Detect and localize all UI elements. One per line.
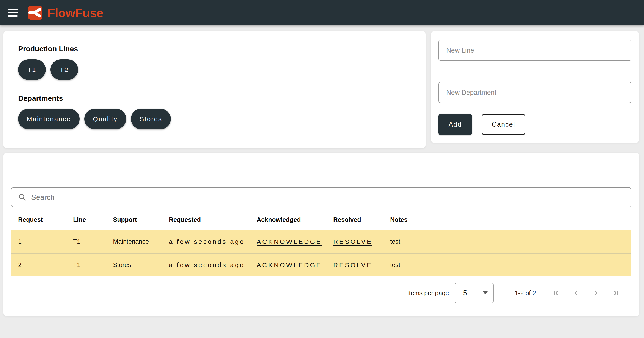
cell-line: T1: [73, 238, 113, 245]
department-chip-maintenance[interactable]: Maintenance: [18, 109, 80, 129]
cell-support: Stores: [113, 261, 169, 268]
departments-title: Departments: [18, 94, 63, 103]
production-lines-title: Production Lines: [18, 45, 78, 53]
add-button[interactable]: Add: [438, 114, 472, 135]
resolve-link[interactable]: RESOLVE: [333, 238, 372, 245]
pagination-bar: Items per page: 5 1-2 of 2: [407, 281, 622, 305]
first-page-icon: [552, 288, 561, 298]
cell-request: 2: [18, 261, 73, 268]
items-per-page-label: Items per page:: [407, 290, 451, 297]
cell-line: T1: [73, 261, 113, 268]
search-field[interactable]: [11, 187, 631, 207]
column-header-request: Request: [18, 216, 73, 223]
cancel-button[interactable]: Cancel: [482, 114, 525, 135]
department-chip-quality[interactable]: Quality: [84, 109, 126, 129]
cell-requested: a few seconds ago: [169, 238, 257, 245]
last-page-button[interactable]: [609, 287, 622, 300]
table-header-row: Request Line Support Requested Acknowled…: [11, 211, 631, 228]
page-range-label: 1-2 of 2: [515, 290, 536, 297]
new-department-input[interactable]: [438, 82, 632, 103]
brand-logo: FlowFuse: [28, 5, 103, 20]
caret-down-icon: [483, 292, 488, 295]
cell-request: 1: [18, 238, 73, 245]
add-form-card: Add Cancel: [431, 31, 639, 143]
line-chip-t1[interactable]: T1: [18, 59, 46, 80]
items-per-page-select[interactable]: 5: [455, 283, 494, 303]
production-lines-chip-row: T1 T2: [18, 59, 78, 80]
cell-requested: a few seconds ago: [169, 261, 257, 269]
filters-card: Production Lines T1 T2 Departments Maint…: [4, 31, 426, 148]
table-row: 2 T1 Stores a few seconds ago ACKNOWLEDG…: [11, 253, 631, 276]
column-header-line: Line: [73, 216, 113, 223]
column-header-support: Support: [113, 216, 169, 223]
brand-title: FlowFuse: [48, 5, 103, 20]
next-page-button[interactable]: [590, 287, 602, 300]
search-icon: [18, 193, 26, 201]
column-header-acknowledged: Acknowledged: [257, 216, 333, 223]
acknowledge-link[interactable]: ACKNOWLEDGE: [257, 261, 322, 269]
form-button-row: Add Cancel: [438, 114, 525, 135]
column-header-requested: Requested: [169, 216, 257, 223]
requests-card: Request Line Support Requested Acknowled…: [4, 153, 639, 316]
cell-notes: test: [390, 261, 631, 268]
first-page-button[interactable]: [550, 287, 563, 300]
resolve-link[interactable]: RESOLVE: [333, 261, 372, 269]
column-header-notes: Notes: [390, 216, 631, 223]
acknowledge-link[interactable]: ACKNOWLEDGE: [257, 238, 322, 245]
column-header-resolved: Resolved: [333, 216, 390, 223]
last-page-icon: [611, 288, 620, 298]
hamburger-menu-button[interactable]: [3, 3, 22, 22]
cell-notes: test: [390, 238, 631, 245]
departments-chip-row: Maintenance Quality Stores: [18, 109, 171, 129]
hamburger-icon: [8, 9, 18, 16]
items-per-page-value: 5: [463, 289, 467, 297]
chevron-right-icon: [591, 288, 601, 298]
line-chip-t2[interactable]: T2: [50, 59, 78, 80]
flowfuse-fork-icon: [28, 5, 42, 20]
previous-page-button[interactable]: [570, 287, 582, 300]
app-header: FlowFuse: [0, 0, 644, 25]
table-row: 1 T1 Maintenance a few seconds ago ACKNO…: [11, 230, 631, 253]
chevron-left-icon: [571, 288, 581, 298]
cell-support: Maintenance: [113, 238, 169, 245]
new-line-input[interactable]: [438, 40, 632, 61]
search-input[interactable]: [31, 193, 624, 201]
department-chip-stores[interactable]: Stores: [131, 109, 171, 129]
